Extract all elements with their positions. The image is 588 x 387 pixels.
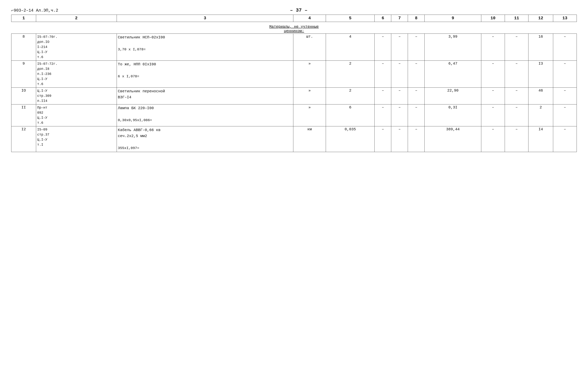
row-10-col6: – [375,88,391,105]
row-10-col10: – [481,88,505,105]
row-12-col13: – [553,126,577,152]
row-8-col6: – [375,34,391,61]
section-title: Материалы, не учтенные ценником: [11,22,577,34]
page-header: ⌐903–2–14 Ал.ЭП,ч.2 – 37 – [11,7,577,13]
row-9-col13: – [553,61,577,88]
table-row: IO Ц.I–Устр.309п.II4 Светильник переносн… [11,88,577,105]
row-9-col6: – [375,61,391,88]
row-11-col5: 6 [326,105,375,126]
row-9-col8: – [408,61,425,88]
doc-reference: ⌐903–2–14 Ал.ЭП,ч.2 [11,8,58,13]
section-header-row: Материалы, не учтенные ценником: [11,22,577,34]
row-10-col1: IO [11,88,36,105]
row-8-col11: – [505,34,528,61]
col-header-9: 9 [425,15,481,22]
row-9-col12: I3 [528,61,553,88]
row-8-col7: – [391,34,408,61]
row-8-col10: – [481,34,505,61]
row-11-col7: – [391,105,408,126]
row-8-col13: – [553,34,577,61]
row-12-col8: – [408,126,425,152]
row-12-col11: – [505,126,528,152]
col-header-12: 12 [528,15,553,22]
row-9-col2: I5–07–72г.доп.I8п.I–236Ц.I–Ут.6 [36,61,117,88]
row-10-col3: Светильник переноснойВЗГ–I4 [117,88,293,105]
row-12-col5: 0,035 [326,126,375,152]
row-11-col3: Лампа БК 220–I00 0,30х0,95хI,086= [117,105,293,126]
row-8-col1: 8 [11,34,36,61]
row-8-col5: 4 [326,34,375,61]
row-12-col9: 389,44 [425,126,481,152]
row-9-col9: 6,47 [425,61,481,88]
row-10-col9: 22,90 [425,88,481,105]
row-10-col5: 2 [326,88,375,105]
column-header-row: 1 2 3 4 5 6 7 8 9 10 11 12 13 [11,15,577,22]
row-10-col11: – [505,88,528,105]
row-10-col13: – [553,88,577,105]
row-12-col3: Кабель АВВГ–0,66 квсеч.2х2,5 мм2 355хI,0… [117,126,293,152]
table-row: 8 I5–07–70г.доп.IOI–214Ц.I–Ут.6 Светильн… [11,34,577,61]
row-8-col4: шт. [293,34,326,61]
row-11-col6: – [375,105,391,126]
row-8-col2: I5–07–70г.доп.IOI–214Ц.I–Ут.6 [36,34,117,61]
row-11-col8: – [408,105,425,126]
main-table: 1 2 3 4 5 6 7 8 9 10 11 12 13 Материалы,… [11,15,577,152]
row-12-col1: I2 [11,126,36,152]
col-header-2: 2 [36,15,117,22]
row-9-col4: » [293,61,326,88]
row-11-col11: – [505,105,528,126]
row-8-col9: 3,99 [425,34,481,61]
row-10-col2: Ц.I–Устр.309п.II4 [36,88,117,105]
row-12-col2: I5–09стр.37Ц.I–Ут.I [36,126,117,152]
row-10-col12: 46 [528,88,553,105]
page-number: – 37 – [290,7,308,13]
row-11-col9: 0,3I [425,105,481,126]
section-title-text: Материалы, не учтенные ценником: [269,24,319,33]
row-10-col8: – [408,88,425,105]
row-12-col6: – [375,126,391,152]
row-12-col7: – [391,126,408,152]
col-header-5: 5 [326,15,375,22]
row-9-col5: 2 [326,61,375,88]
row-12-col4: км [293,126,326,152]
row-9-col10: – [481,61,505,88]
row-11-col12: 2 [528,105,553,126]
col-header-10: 10 [481,15,505,22]
row-9-col3: То же, НПП 0IхI00 6 х I,078= [117,61,293,88]
col-header-11: 11 [505,15,528,22]
row-8-col3: Светильник НСП–02хI00 3,70 х I,078= [117,34,293,61]
col-header-13: 13 [553,15,577,22]
row-8-col8: – [408,34,425,61]
row-10-col4: » [293,88,326,105]
row-10-col7: – [391,88,408,105]
row-8-col12: 16 [528,34,553,61]
table-row: 9 I5–07–72г.доп.I8п.I–236Ц.I–Ут.6 То же,… [11,61,577,88]
row-12-col10: – [481,126,505,152]
col-header-4: 4 [293,15,326,22]
row-11-col1: II [11,105,36,126]
row-11-col10: – [481,105,505,126]
row-11-col2: Пр–нт092Ц.I–Ут.6 [36,105,117,126]
row-11-col13: – [553,105,577,126]
col-header-8: 8 [408,15,425,22]
col-header-6: 6 [375,15,391,22]
table-row: I2 I5–09стр.37Ц.I–Ут.I Кабель АВВГ–0,66 … [11,126,577,152]
row-12-col12: I4 [528,126,553,152]
row-11-col4: » [293,105,326,126]
col-header-7: 7 [391,15,408,22]
table-row: II Пр–нт092Ц.I–Ут.6 Лампа БК 220–I00 0,3… [11,105,577,126]
col-header-1: 1 [11,15,36,22]
row-9-col1: 9 [11,61,36,88]
row-9-col7: – [391,61,408,88]
col-header-3: 3 [117,15,293,22]
row-9-col11: – [505,61,528,88]
